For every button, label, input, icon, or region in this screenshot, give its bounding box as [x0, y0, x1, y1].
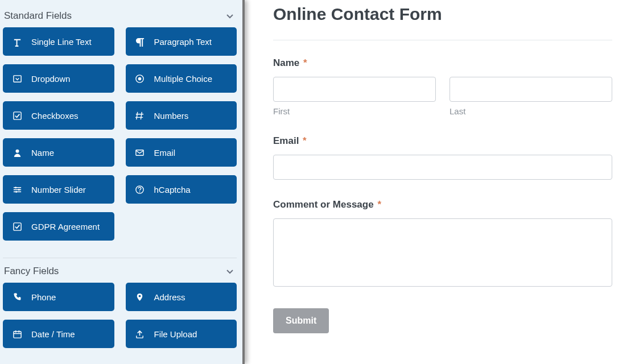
message-textarea[interactable]	[273, 218, 612, 287]
user-icon	[12, 147, 22, 158]
field-checkboxes[interactable]: Checkboxes	[3, 101, 114, 130]
field-label: Email	[154, 148, 176, 158]
field-file-upload[interactable]: File Upload	[126, 320, 237, 348]
field-number-slider[interactable]: Number Slider	[3, 175, 114, 204]
email-input[interactable]	[273, 155, 612, 180]
message-group: Comment or Message *	[273, 199, 612, 289]
field-label: Checkboxes	[31, 111, 79, 121]
last-sublabel: Last	[450, 106, 612, 116]
field-label: Address	[154, 292, 185, 302]
submit-button[interactable]: Submit	[273, 308, 329, 333]
field-hcaptcha[interactable]: hCaptcha	[126, 175, 237, 204]
required-mark: *	[377, 199, 381, 210]
field-numbers[interactable]: Numbers	[126, 101, 237, 130]
name-label: Name *	[273, 57, 612, 69]
field-label: Numbers	[154, 111, 189, 121]
standard-fields-header[interactable]: Standard Fields	[3, 6, 240, 27]
first-name-input[interactable]	[273, 77, 436, 102]
form-title: Online Contact Form	[273, 5, 612, 24]
form-preview: Online Contact Form Name * First Last Em…	[245, 0, 635, 364]
fancy-fields-grid: PhoneAddressDate / TimeFile Upload	[3, 283, 240, 359]
paragraph-icon	[135, 36, 145, 47]
checkbox-icon	[12, 110, 22, 121]
field-dropdown[interactable]: Dropdown	[3, 64, 114, 93]
field-address[interactable]: Address	[126, 283, 237, 311]
field-label: Single Line Text	[31, 37, 92, 47]
first-sublabel: First	[273, 106, 436, 116]
chevron-down-icon	[225, 11, 235, 21]
upload-icon	[135, 329, 145, 339]
sliders-icon	[12, 184, 22, 195]
envelope-icon	[135, 147, 145, 158]
marker-icon	[135, 292, 145, 302]
field-label: Name	[31, 148, 54, 158]
phone-icon	[12, 292, 22, 302]
last-name-input[interactable]	[450, 77, 612, 102]
field-label: hCaptcha	[154, 185, 191, 195]
fancy-fields-title: Fancy Fields	[4, 266, 59, 277]
message-label: Comment or Message *	[273, 199, 612, 210]
checkbox-icon	[12, 221, 22, 231]
field-single-line-text[interactable]: Single Line Text	[3, 27, 114, 56]
chevron-down-icon	[225, 266, 235, 276]
email-label-text: Email	[273, 135, 299, 146]
name-row: First Last	[273, 77, 612, 116]
text-icon	[12, 36, 22, 47]
message-label-text: Comment or Message	[273, 199, 374, 210]
field-label: Phone	[31, 292, 56, 302]
standard-fields-grid: Single Line TextParagraph TextDropdownMu…	[3, 27, 240, 252]
field-label: GDPR Agreement	[31, 222, 100, 231]
field-label: Number Slider	[31, 185, 86, 195]
fancy-fields-header[interactable]: Fancy Fields	[3, 261, 240, 283]
field-label: Multiple Choice	[154, 74, 213, 84]
required-mark: *	[303, 135, 307, 146]
field-gdpr-agreement[interactable]: GDPR Agreement	[3, 212, 114, 241]
email-group: Email *	[273, 135, 612, 180]
field-label: Date / Time	[31, 329, 75, 339]
email-label: Email *	[273, 135, 612, 147]
dropdown-icon	[12, 73, 22, 84]
sidebar: Standard Fields Single Line TextParagrap…	[0, 0, 245, 364]
radio-icon	[135, 73, 145, 84]
field-multiple-choice[interactable]: Multiple Choice	[126, 64, 237, 93]
name-label-text: Name	[273, 57, 299, 68]
calendar-icon	[12, 329, 22, 339]
required-mark: *	[303, 57, 307, 68]
field-label: Paragraph Text	[154, 37, 212, 47]
field-date-time[interactable]: Date / Time	[3, 320, 114, 348]
field-email[interactable]: Email	[126, 138, 237, 167]
section-divider	[3, 258, 237, 258]
form-divider	[273, 40, 612, 40]
field-label: File Upload	[154, 329, 197, 339]
field-phone[interactable]: Phone	[3, 283, 114, 311]
field-paragraph-text[interactable]: Paragraph Text	[126, 27, 237, 56]
field-label: Dropdown	[31, 74, 70, 84]
field-name[interactable]: Name	[3, 138, 114, 167]
hash-icon	[135, 110, 145, 121]
name-group: Name * First Last	[273, 57, 612, 116]
question-icon	[135, 184, 145, 195]
standard-fields-title: Standard Fields	[4, 10, 72, 22]
